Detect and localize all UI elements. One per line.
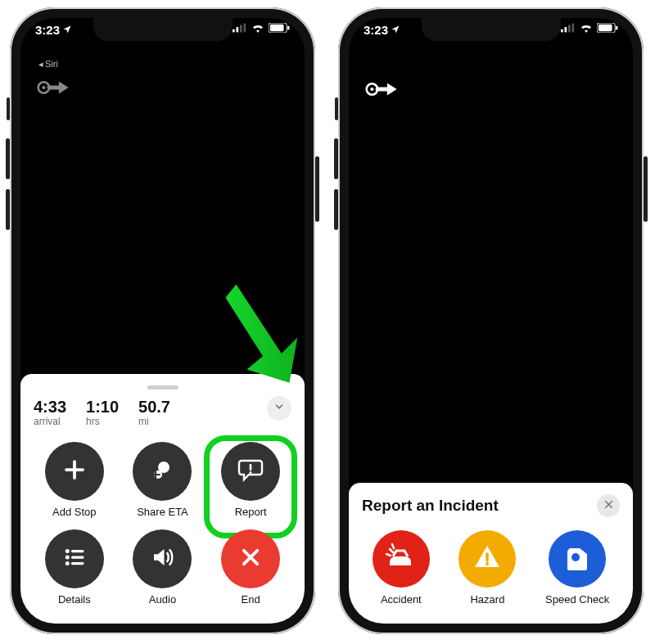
svg-point-13: [250, 471, 252, 474]
report-button[interactable]: Report: [210, 442, 291, 518]
phone-screen-left: 3:23: [20, 18, 305, 624]
incident-accident-button[interactable]: Accident: [373, 530, 430, 606]
notch: [93, 18, 233, 41]
status-time: 3:23: [364, 23, 388, 37]
incident-hazard-button[interactable]: Hazard: [458, 530, 516, 606]
siri-breadcrumb[interactable]: ◂Siri: [20, 59, 305, 70]
cell-signal-icon: [233, 23, 247, 35]
cell-signal-icon: [561, 23, 576, 35]
svg-point-14: [66, 549, 70, 553]
share-eta-icon: [149, 457, 175, 486]
stat-arrival: 4:33 arrival: [34, 398, 66, 427]
svg-point-15: [66, 556, 70, 560]
svg-rect-5: [270, 25, 284, 31]
speed-check-icon: [561, 541, 594, 577]
collapse-sheet-button[interactable]: [267, 396, 291, 421]
battery-icon: [597, 23, 618, 35]
svg-rect-17: [561, 29, 563, 33]
report-incident-sheet: Report an Incident Accident: [349, 483, 633, 624]
stat-distance: 50.7 mi: [138, 398, 170, 427]
svg-point-16: [66, 561, 70, 565]
svg-rect-2: [240, 25, 242, 32]
svg-rect-18: [565, 27, 567, 32]
audio-button[interactable]: Audio: [122, 529, 204, 606]
share-eta-button[interactable]: Share ETA: [122, 442, 204, 518]
nav-turn-bar: [349, 71, 633, 107]
list-icon: [62, 545, 87, 573]
accident-icon: [385, 541, 418, 577]
nav-bottom-sheet: 4:33 arrival 1:10 hrs 50.7 mi: [20, 374, 305, 624]
incident-speed-check-button[interactable]: Speed Check: [545, 530, 609, 606]
svg-point-28: [486, 562, 489, 565]
report-icon: [237, 456, 264, 487]
location-services-icon: [62, 23, 72, 37]
wifi-icon: [580, 23, 593, 35]
svg-rect-20: [572, 24, 575, 33]
turn-right-icon: [37, 75, 71, 100]
svg-point-29: [571, 553, 580, 561]
svg-rect-1: [237, 27, 239, 32]
notch: [422, 18, 561, 41]
status-time: 3:23: [35, 23, 60, 37]
phone-frame-right: 3:23: [338, 7, 644, 634]
nav-turn-bar: [20, 70, 305, 106]
svg-rect-19: [568, 25, 571, 32]
hazard-icon: [471, 541, 504, 577]
sheet-grabber[interactable]: [147, 385, 178, 390]
svg-rect-6: [287, 26, 289, 30]
speaker-icon: [150, 545, 174, 573]
add-stop-button[interactable]: Add Stop: [34, 442, 115, 518]
chevron-down-icon: [273, 401, 285, 416]
close-sheet-button[interactable]: [597, 494, 620, 517]
svg-point-8: [42, 86, 45, 89]
end-route-button[interactable]: End: [210, 529, 291, 606]
sheet-title: Report an Incident: [362, 497, 499, 515]
phone-frame-left: 3:23: [10, 7, 315, 634]
details-button[interactable]: Details: [34, 529, 115, 606]
wifi-icon: [251, 23, 264, 35]
close-icon: [239, 546, 262, 572]
stat-duration: 1:10 hrs: [86, 398, 119, 427]
svg-rect-3: [244, 24, 246, 33]
location-services-icon: [391, 23, 400, 37]
svg-rect-22: [599, 25, 612, 31]
close-icon: [603, 498, 614, 513]
turn-right-icon: [365, 77, 400, 101]
annotation-arrow-icon: [218, 279, 305, 385]
svg-rect-23: [616, 26, 617, 30]
plus-icon: [62, 457, 87, 485]
svg-rect-0: [233, 29, 235, 33]
battery-icon: [269, 23, 290, 35]
svg-point-25: [370, 88, 373, 91]
phone-screen-right: 3:23: [349, 18, 633, 624]
